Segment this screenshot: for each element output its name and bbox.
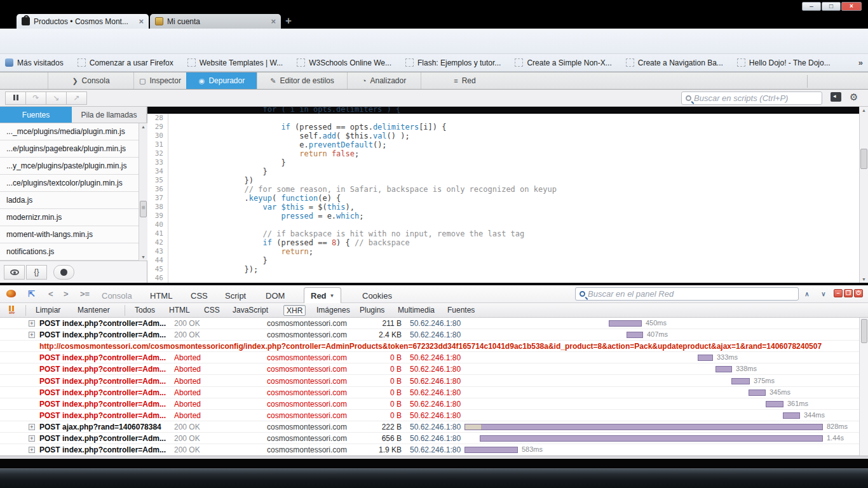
history-back-icon[interactable]: < — [48, 289, 53, 299]
code-line[interactable]: 31 e.preventDefault(); — [147, 140, 859, 149]
source-file-item[interactable]: ...e/plugins/pagebreak/plugin.min.js — [0, 140, 139, 158]
expand-request-icon[interactable]: + — [29, 320, 35, 327]
code-line[interactable]: 44 } — [147, 256, 859, 265]
browser-tab[interactable]: Productos • Cosmos Mont...× — [17, 14, 149, 29]
firebug-tab-css[interactable]: CSS — [191, 288, 208, 303]
command-line-icon[interactable]: >≡ — [80, 289, 90, 299]
bookmark-item[interactable]: Flash: Ejemplos y tutor... — [405, 58, 501, 67]
network-filter-fuentes[interactable]: Fuentes — [445, 305, 477, 316]
code-line[interactable]: 34 } — [147, 167, 859, 176]
code-line[interactable]: 39 pressed = e.which; — [147, 212, 859, 220]
network-request-row[interactable]: POST index.php?controller=Adm...Abortedc… — [0, 363, 868, 375]
panel-tab-fuentes[interactable]: Fuentes — [0, 107, 72, 123]
network-filter-javascript[interactable]: JavaScript — [230, 305, 271, 316]
network-request-row[interactable]: +POST ajax.php?rand=1406078384200 OKcosm… — [0, 421, 868, 433]
network-filter-multimedia[interactable]: Multimedia — [395, 305, 437, 316]
network-filter-html[interactable]: HTML — [166, 305, 193, 316]
bookmark-item[interactable]: Más visitados — [5, 58, 64, 67]
code-line[interactable]: 35 }) — [147, 176, 859, 185]
code-line[interactable]: 30 self.add( $this.val() ); — [147, 132, 859, 140]
firebug-search-box[interactable] — [575, 287, 799, 301]
panel-tab-pila-de-llamadas[interactable]: Pila de llamadas — [72, 107, 147, 123]
firebug-tab-dom[interactable]: DOM — [266, 288, 285, 303]
devtools-tab-depurador[interactable]: ◉Depurador — [186, 72, 257, 89]
code-line[interactable]: 42 if (pressed == 8) { // backspace — [147, 238, 859, 247]
code-line[interactable]: 40 — [147, 220, 859, 229]
devtools-tab-red[interactable]: ≡Red — [421, 72, 508, 89]
break-on-xhr-icon[interactable] — [9, 306, 17, 313]
debugger-search-box[interactable] — [681, 92, 822, 105]
tab-close-icon[interactable]: × — [139, 17, 144, 26]
toggle-panes-icon[interactable] — [831, 92, 841, 102]
source-file-item[interactable]: ladda.js — [0, 192, 139, 209]
network-request-row[interactable]: POST index.php?controller=Adm...Abortedc… — [0, 376, 868, 387]
new-tab-button[interactable]: + — [285, 15, 292, 27]
source-file-item[interactable]: ...ce/plugins/textcolor/plugin.min.js — [0, 175, 139, 192]
source-file-item[interactable]: ..._mce/plugins/media/plugin.min.js — [0, 123, 139, 140]
network-filter-plugins[interactable]: Plugins — [357, 305, 387, 316]
blackbox-eye-button[interactable] — [4, 265, 25, 280]
bookmark-item[interactable]: Hello Dojo! - The Dojo... — [737, 58, 831, 67]
source-file-item[interactable]: ...y_mce/plugins/paste/plugin.min.js — [0, 158, 139, 175]
devtools-tab-inspector[interactable]: ▢Inspector — [133, 72, 186, 89]
window-maximize-button[interactable]: □ — [822, 2, 841, 11]
find-previous-icon[interactable]: ∧ — [799, 288, 815, 300]
network-request-row[interactable]: +POST index.php?controller=Adm...200 OKc… — [0, 433, 868, 444]
devtools-tab-editor-de-estilos[interactable]: ✎Editor de estilos — [257, 72, 347, 89]
network-scrollbar[interactable] — [859, 318, 868, 456]
firebug-tab-red[interactable]: Red▼ — [304, 287, 341, 304]
network-filter-imágenes[interactable]: Imágenes — [314, 305, 353, 316]
network-filter-xhr[interactable]: XHR — [283, 305, 306, 316]
network-filter-mantener[interactable]: Mantener — [75, 305, 112, 316]
firebug-deactivate-button[interactable]: ⏻ — [854, 289, 863, 297]
devtools-tab-analizador[interactable]: ◔Analizador — [347, 72, 421, 89]
pause-button[interactable] — [5, 92, 26, 105]
code-line[interactable]: 41 // if backspace is hit with no input,… — [147, 229, 859, 238]
network-request-row[interactable]: POST index.php?controller=Adm...Abortedc… — [0, 410, 868, 421]
expand-request-icon[interactable]: + — [29, 332, 35, 338]
source-file-item[interactable]: modernizr.min.js — [0, 209, 139, 226]
source-editor[interactable]: for ( i in opts.delimiters ) {2829 if (p… — [147, 107, 859, 283]
find-next-icon[interactable]: ∨ — [816, 288, 831, 300]
firebug-tab-html[interactable]: HTML — [150, 288, 172, 303]
sources-scrollbar-thumb[interactable] — [140, 201, 147, 217]
pretty-print-button[interactable]: {} — [26, 265, 47, 280]
code-line[interactable]: 37 .keyup( function(e) { — [147, 194, 859, 203]
network-request-row[interactable]: +POST index.php?controller=Adm...200 OKc… — [0, 318, 868, 329]
tab-dropdown-icon[interactable]: ▼ — [330, 293, 335, 299]
bookmark-item[interactable]: Comenzar a usar Firefox — [78, 58, 173, 67]
editor-scrollbar[interactable]: ▲ ▼ — [859, 107, 868, 283]
inspect-element-icon[interactable]: ⇱ — [28, 289, 35, 299]
network-filter-todos[interactable]: Todos — [132, 305, 158, 316]
network-request-row[interactable]: POST index.php?controller=Adm...Abortedc… — [0, 398, 868, 410]
tab-close-icon[interactable]: × — [271, 17, 276, 26]
firebug-minimize-button[interactable]: – — [834, 289, 843, 297]
editor-scrollbar-thumb[interactable] — [860, 149, 867, 169]
network-request-row[interactable]: +POST index.php?controller=Adm...200 OKc… — [0, 329, 868, 341]
bookmarks-overflow-icon[interactable]: » — [858, 58, 863, 67]
history-forward-icon[interactable]: > — [64, 289, 69, 299]
code-line[interactable]: 29 if (pressed == opts.delimiters[i]) { — [147, 123, 859, 132]
code-line[interactable]: 43 return; — [147, 247, 859, 256]
firebug-tab-consola[interactable]: Consola — [102, 288, 132, 303]
firebug-detach-button[interactable]: ❐ — [844, 289, 853, 297]
network-request-row[interactable]: +POST index.php?controller=Adm...200 OKc… — [0, 444, 868, 456]
bookmark-item[interactable]: Create a Navigation Ba... — [626, 58, 723, 67]
window-minimize-button[interactable]: – — [802, 2, 821, 11]
firebug-tab-script[interactable]: Script — [225, 288, 246, 303]
step-in-button[interactable]: ↘ — [46, 92, 67, 105]
bookmark-item[interactable]: W3Schools Online We... — [297, 58, 391, 67]
step-over-button[interactable]: ↷ — [25, 92, 46, 105]
network-request-row[interactable]: POST index.php?controller=Adm...Abortedc… — [0, 387, 868, 398]
code-line[interactable]: 33 } — [147, 158, 859, 167]
selected-code-line[interactable]: for ( i in opts.delimiters ) { — [147, 107, 859, 114]
network-filter-limpiar[interactable]: Limpiar — [33, 305, 63, 316]
expand-request-icon[interactable]: + — [29, 424, 35, 430]
code-line[interactable]: 38 var $this = $(this), — [147, 203, 859, 212]
debugger-search-input[interactable] — [694, 93, 818, 103]
expand-request-icon[interactable]: + — [29, 435, 35, 442]
firebug-tab-cookies[interactable]: Cookies — [362, 288, 392, 303]
source-file-item[interactable]: notifications.js — [0, 243, 139, 261]
sources-scrollbar[interactable]: ▲ ▼ — [139, 123, 147, 261]
code-line[interactable]: 32 return false; — [147, 149, 859, 158]
